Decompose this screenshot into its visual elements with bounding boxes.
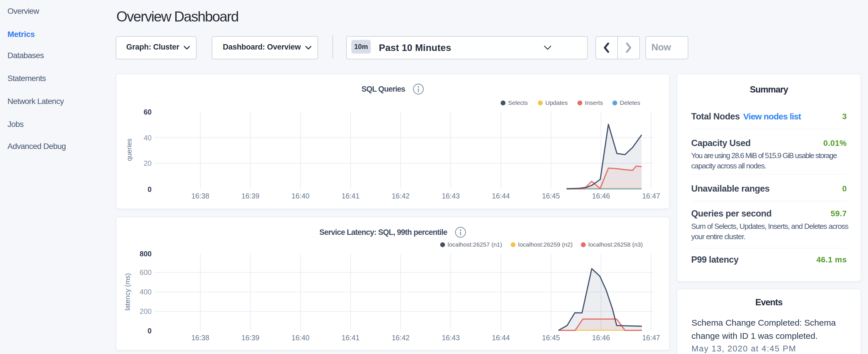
svg-text:16:45: 16:45 bbox=[542, 192, 560, 200]
svg-text:16:38: 16:38 bbox=[191, 192, 210, 200]
svg-text:16:46: 16:46 bbox=[592, 192, 610, 200]
svg-text:16:43: 16:43 bbox=[442, 192, 460, 200]
svg-text:16:43: 16:43 bbox=[442, 334, 460, 342]
svg-text:16:39: 16:39 bbox=[242, 334, 260, 342]
svg-text:16:44: 16:44 bbox=[492, 192, 510, 200]
svg-text:0: 0 bbox=[148, 185, 152, 193]
svg-text:600: 600 bbox=[140, 268, 152, 277]
svg-text:16:42: 16:42 bbox=[392, 334, 410, 342]
svg-text:latency (ms): latency (ms) bbox=[124, 273, 131, 311]
svg-text:16:40: 16:40 bbox=[291, 334, 309, 342]
svg-text:200: 200 bbox=[140, 307, 152, 315]
svg-text:16:45: 16:45 bbox=[542, 334, 560, 342]
svg-text:16:44: 16:44 bbox=[492, 334, 510, 342]
svg-text:400: 400 bbox=[140, 288, 152, 296]
svg-text:queries: queries bbox=[125, 139, 133, 161]
svg-text:16:42: 16:42 bbox=[392, 192, 410, 200]
svg-text:16:41: 16:41 bbox=[342, 334, 360, 342]
svg-text:16:39: 16:39 bbox=[242, 192, 260, 200]
svg-text:0: 0 bbox=[148, 327, 152, 335]
svg-text:16:47: 16:47 bbox=[642, 192, 660, 200]
svg-text:60: 60 bbox=[144, 108, 152, 116]
svg-text:16:47: 16:47 bbox=[642, 334, 660, 342]
svg-text:16:46: 16:46 bbox=[592, 334, 610, 342]
svg-text:800: 800 bbox=[140, 250, 152, 258]
svg-text:16:38: 16:38 bbox=[191, 334, 210, 342]
svg-text:16:41: 16:41 bbox=[342, 192, 360, 200]
svg-text:20: 20 bbox=[144, 159, 152, 167]
svg-text:40: 40 bbox=[144, 134, 152, 142]
svg-text:16:40: 16:40 bbox=[291, 192, 309, 200]
